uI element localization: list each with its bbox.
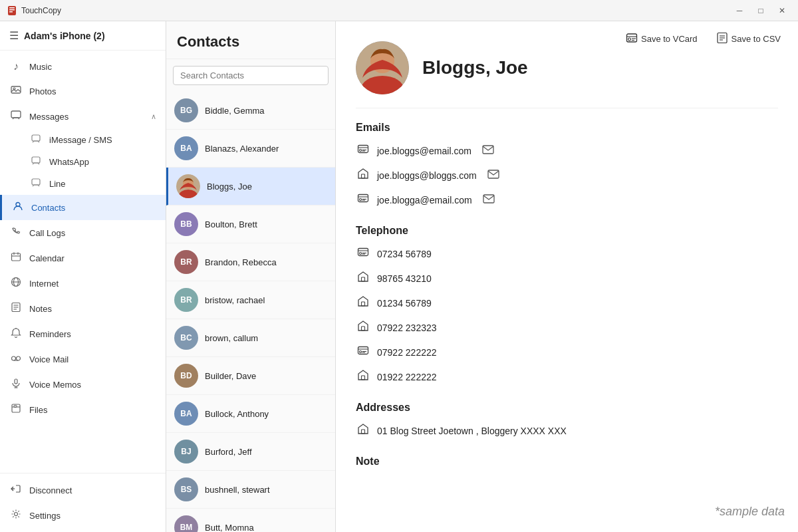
svg-point-31 [15, 513, 18, 516]
calllogs-icon [9, 226, 23, 239]
email-row: joe.bloggs@bloggs.com [356, 166, 778, 184]
email-compose-icon[interactable] [482, 145, 494, 157]
telephone-title: Telephone [356, 225, 778, 237]
address-value: 01 Blog Street Joetown , Bloggery XXXX X… [377, 426, 567, 436]
contact-item[interactable]: BCbrown, callum [166, 319, 335, 357]
hamburger-icon[interactable]: ☰ [9, 29, 19, 42]
save-to-vcard-label: Save to VCard [641, 34, 698, 44]
svg-rect-53 [362, 174, 365, 178]
sidebar-item-calendar[interactable]: Calendar [0, 245, 166, 271]
email-value: joe.bloggs@email.com [377, 146, 471, 156]
sidebar-item-whatsapp[interactable]: WhatsApp [0, 151, 166, 173]
sidebar-item-music[interactable]: ♪ Music [0, 55, 166, 78]
email-compose-icon[interactable] [483, 194, 495, 206]
disconnect-icon [9, 483, 23, 497]
sidebar-item-calllogs[interactable]: Call Logs [0, 220, 166, 245]
calendar-icon [9, 251, 23, 265]
sidebar-item-notes[interactable]: Notes [0, 296, 166, 321]
sidebar-item-internet[interactable]: Internet [0, 271, 166, 296]
sidebar-item-label: Settings [29, 511, 61, 521]
save-to-csv-label: Save to CSV [732, 34, 781, 44]
sidebar-footer: Disconnect Settings [0, 473, 166, 532]
contact-item[interactable]: BABlanazs, Alexander [166, 130, 335, 168]
sidebar-item-settings[interactable]: Settings [0, 503, 166, 528]
sidebar-item-label: Voice Mail [29, 354, 68, 364]
telephone-row: 07922 232323 [356, 319, 778, 336]
contact-item[interactable]: BDBuilder, Dave [166, 357, 335, 395]
phone-type-icon [356, 320, 370, 335]
sidebar-item-voicemail[interactable]: Voice Mail [0, 346, 166, 372]
sidebar-item-label: Messages [29, 112, 68, 122]
svg-point-57 [360, 199, 362, 201]
sidebar-header: ☰ Adam's iPhone (2) [0, 21, 166, 51]
note-title: Note [356, 456, 778, 467]
avatar [176, 174, 200, 198]
phone-value: 07234 56789 [377, 249, 432, 259]
email-compose-icon[interactable] [487, 170, 499, 182]
sidebar-item-label: iMessage / SMS [49, 135, 112, 145]
svg-rect-26 [15, 379, 17, 384]
line-icon [29, 178, 43, 190]
contact-item[interactable]: BABullock, Anthony [166, 395, 335, 433]
sidebar-item-imessage[interactable]: iMessage / SMS [0, 129, 166, 151]
sidebar-item-files[interactable]: Files [0, 397, 166, 422]
addresses-section: Addresses 01 Blog Street Joetown , Blogg… [356, 402, 778, 440]
svg-rect-69 [358, 347, 368, 354]
contact-item[interactable]: BMButt, Momna [166, 509, 335, 532]
svg-rect-2 [9, 9, 15, 11]
whatsapp-icon [29, 156, 43, 168]
avatar: BG [174, 98, 198, 122]
phone-type-icon [356, 246, 370, 261]
svg-rect-52 [483, 146, 493, 154]
phone-value: 07922 222222 [377, 347, 437, 358]
sidebar: ☰ Adam's iPhone (2) ♪ Music Photos Messa… [0, 21, 166, 532]
svg-rect-30 [14, 406, 17, 408]
contact-name: Bloggs, Joe [207, 182, 252, 192]
sidebar-item-voicememos[interactable]: Voice Memos [0, 372, 166, 397]
svg-point-49 [360, 150, 362, 152]
svg-rect-74 [362, 376, 365, 380]
sidebar-item-messages[interactable]: Messages ∧ [0, 104, 166, 129]
voicemail-icon [9, 352, 23, 366]
contact-item[interactable]: BJBurford, Jeff [166, 433, 335, 471]
save-to-vcard-button[interactable]: Save to VCard [622, 29, 702, 49]
sidebar-item-reminders[interactable]: Reminders [0, 321, 166, 346]
detail-actions: Save to VCard Save to CSV [622, 29, 785, 49]
search-input[interactable] [173, 66, 329, 85]
vcard-icon [626, 32, 638, 46]
sidebar-item-line[interactable]: Line [0, 173, 166, 195]
contact-name: Boulton, Brett [205, 219, 257, 229]
sidebar-item-contacts[interactable]: Contacts [0, 195, 166, 220]
sidebar-item-label: Notes [29, 304, 52, 314]
contact-item[interactable]: BGBiddle, Gemma [166, 92, 335, 130]
sidebar-item-label: Music [29, 62, 52, 72]
contact-item[interactable]: BRBrandon, Rebecca [166, 243, 335, 281]
emails-title: Emails [356, 122, 778, 134]
contact-avatar-large [356, 41, 409, 94]
svg-rect-7 [32, 135, 40, 141]
contact-item[interactable]: BRbristow, rachael [166, 281, 335, 319]
sidebar-item-disconnect[interactable]: Disconnect [0, 477, 166, 503]
close-button[interactable]: ✕ [773, 3, 791, 18]
email-type-icon [356, 143, 370, 158]
contact-item[interactable]: BSbushnell, stewart [166, 471, 335, 509]
email-type-icon [356, 192, 370, 207]
voicememos-icon [9, 378, 23, 391]
messages-submenu: iMessage / SMS WhatsApp Line [0, 129, 166, 195]
svg-rect-1 [9, 7, 15, 9]
avatar: BD [174, 364, 198, 388]
contact-name: Blanazs, Alexander [205, 144, 279, 154]
sidebar-item-label: Disconnect [29, 485, 72, 495]
contact-item[interactable]: Bloggs, Joe [166, 168, 335, 205]
sidebar-item-photos[interactable]: Photos [0, 78, 166, 104]
save-to-csv-button[interactable]: Save to CSV [712, 29, 785, 49]
svg-rect-66 [362, 277, 365, 281]
phone-type-icon [356, 271, 370, 286]
sidebar-item-label: Voice Memos [29, 380, 81, 390]
contact-name: Bullock, Anthony [205, 409, 269, 419]
reminders-icon [9, 327, 23, 340]
minimize-button[interactable]: ─ [730, 3, 749, 18]
contact-item[interactable]: BBBoulton, Brett [166, 205, 335, 243]
maximize-button[interactable]: □ [751, 3, 770, 18]
email-value: joe.bloggs@bloggs.com [377, 170, 477, 181]
